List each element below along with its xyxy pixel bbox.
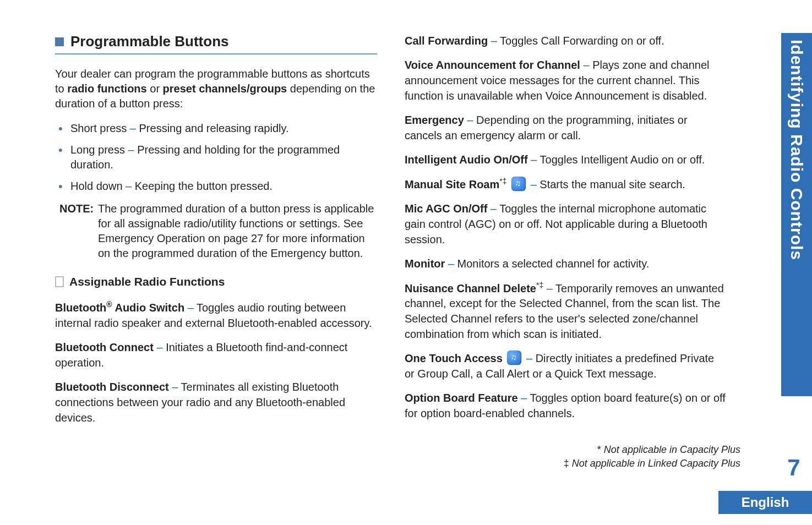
list-item: Hold down – Keeping the button pressed. xyxy=(55,179,377,194)
footnote: ‡ Not applicable in Linked Capacity Plus xyxy=(564,457,740,470)
text: Short press xyxy=(70,122,130,134)
function-name: Audio Switch xyxy=(112,302,188,314)
text-bold: radio functions xyxy=(67,83,146,95)
dash: – xyxy=(526,352,536,364)
function-item: Nuisance Channel Delete*‡ – Temporarily … xyxy=(405,280,727,342)
text: Pressing and releasing rapidly. xyxy=(139,122,289,134)
superscript: ® xyxy=(106,300,112,309)
feature-icon xyxy=(511,177,526,191)
text: Hold down xyxy=(70,180,126,192)
text: The programmed duration of a button pres… xyxy=(98,203,374,229)
page-number: 7 xyxy=(781,455,806,481)
function-name: Nuisance Channel Delete xyxy=(405,282,536,294)
function-item: Bluetooth® Audio Switch – Toggles audio … xyxy=(55,299,377,331)
function-desc: Toggles Intelligent Audio on or off. xyxy=(540,154,705,166)
footnote-marker: * xyxy=(597,444,604,455)
page-icon xyxy=(55,276,64,287)
function-item: Manual Site Roam*‡ – Starts the manual s… xyxy=(405,176,727,192)
dash: – xyxy=(126,180,135,192)
function-name: Bluetooth xyxy=(55,302,106,314)
function-item: Emergency – Depending on the programming… xyxy=(405,112,727,143)
footnotes: * Not applicable in Capacity Plus ‡ Not … xyxy=(564,443,740,470)
note-block: NOTE: The programmed duration of a butto… xyxy=(55,201,377,261)
function-name: Voice Announcement for Channel xyxy=(405,59,583,71)
dash: – xyxy=(448,258,457,270)
intro-paragraph: Your dealer can program the programmable… xyxy=(55,67,377,111)
side-tab: Identifying Radio Controls xyxy=(781,33,812,396)
note-label: NOTE: xyxy=(59,203,94,215)
text: button. xyxy=(326,247,363,259)
dash: – xyxy=(156,341,166,353)
function-item: Mic AGC On/Off – Toggles the internal mi… xyxy=(405,201,727,247)
subheading-title: Assignable Radio Functions xyxy=(69,275,225,288)
footnote-marker: ‡ xyxy=(564,458,572,469)
note-body: The programmed duration of a button pres… xyxy=(59,201,377,261)
function-item: Bluetooth Disconnect – Terminates all ex… xyxy=(55,379,377,425)
bullet-list: Short press – Pressing and releasing rap… xyxy=(55,121,377,194)
function-desc: Starts the manual site search. xyxy=(539,178,685,190)
footnote-text: Not applicable in Capacity Plus xyxy=(604,444,740,455)
dash: – xyxy=(543,282,555,294)
function-desc: Monitors a selected channel for activity… xyxy=(457,258,650,270)
text: Keeping the button pressed. xyxy=(135,180,273,192)
function-name: One Touch Access xyxy=(405,352,505,364)
subheading: Assignable Radio Functions xyxy=(55,275,377,288)
function-item: Option Board Feature – Toggles option bo… xyxy=(405,390,727,421)
function-item: Intelligent Audio On/Off – Toggles Intel… xyxy=(405,152,727,167)
superscript: *‡ xyxy=(536,281,543,289)
function-name: Call Forwarding xyxy=(405,35,491,47)
function-item: Monitor – Monitors a selected channel fo… xyxy=(405,256,727,271)
dash: – xyxy=(531,178,540,190)
two-column-layout: Programmable Buttons Your dealer can pro… xyxy=(55,28,727,434)
document-page: Programmable Buttons Your dealer can pro… xyxy=(0,0,812,525)
function-item: Voice Announcement for Channel – Plays z… xyxy=(405,57,727,103)
dash: – xyxy=(130,122,139,134)
section-header: Programmable Buttons xyxy=(55,33,377,54)
dash: – xyxy=(467,114,476,126)
function-item: One Touch Access – Directly initiates a … xyxy=(405,351,727,381)
function-name: Monitor xyxy=(405,258,448,270)
text-bold-italic: Emergency Operation xyxy=(98,232,205,244)
list-item: Long press – Pressing and holding for th… xyxy=(55,143,377,172)
left-column: Programmable Buttons Your dealer can pro… xyxy=(55,28,377,434)
section-title: Programmable Buttons xyxy=(70,33,229,50)
function-desc: Toggles Call Forwarding on or off. xyxy=(500,35,664,47)
dash: – xyxy=(491,203,499,215)
feature-icon xyxy=(507,351,521,365)
dash: – xyxy=(128,144,138,156)
footnote-text: Not applicable in Linked Capacity Plus xyxy=(572,458,740,469)
function-name: Bluetooth Connect xyxy=(55,341,156,353)
dash: – xyxy=(188,302,197,314)
function-name: Bluetooth Disconnect xyxy=(55,381,172,393)
superscript: *‡ xyxy=(499,177,506,185)
language-tab: English xyxy=(718,491,812,514)
function-name: Manual Site Roam xyxy=(405,178,499,190)
dash: – xyxy=(583,59,592,71)
function-name: Intelligent Audio On/Off xyxy=(405,154,531,166)
dash: – xyxy=(521,392,530,404)
text-bold: Emergency xyxy=(271,247,326,259)
text-bold: preset channels/groups xyxy=(163,83,287,95)
dash: – xyxy=(172,381,181,393)
text: Long press xyxy=(70,144,128,156)
function-name: Option Board Feature xyxy=(405,392,521,404)
text: or xyxy=(147,83,163,95)
function-name: Emergency xyxy=(405,114,467,126)
list-item: Short press – Pressing and releasing rap… xyxy=(55,121,377,136)
dash: – xyxy=(491,35,500,47)
footnote: * Not applicable in Capacity Plus xyxy=(564,443,740,456)
square-bullet-icon xyxy=(55,37,64,46)
function-name: Mic AGC On/Off xyxy=(405,203,491,215)
function-item: Call Forwarding – Toggles Call Forwardin… xyxy=(405,33,727,48)
function-item: Bluetooth Connect – Initiates a Bluetoot… xyxy=(55,340,377,370)
dash: – xyxy=(531,154,539,166)
right-column: Call Forwarding – Toggles Call Forwardin… xyxy=(405,28,727,434)
